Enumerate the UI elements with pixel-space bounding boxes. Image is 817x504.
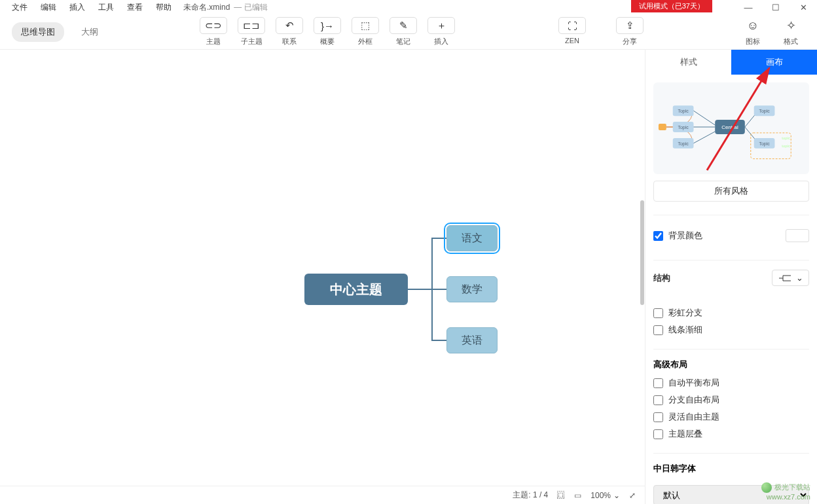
tool-icons[interactable]: ☺图标 xyxy=(736,17,770,46)
tool-format[interactable]: ✧格式 xyxy=(774,17,808,46)
window-close-button[interactable]: ✕ xyxy=(790,0,817,14)
svg-text:Topic: Topic xyxy=(678,109,689,114)
taper-checkbox[interactable] xyxy=(653,325,663,335)
panel-tabs: 样式 画布 xyxy=(645,50,817,75)
bg-color-row[interactable]: 背景颜色 xyxy=(653,230,702,242)
tool-boundary[interactable]: ⬚外框 xyxy=(348,17,382,46)
zen-icon: ⛶ xyxy=(558,17,586,34)
menu-file[interactable]: 文件 xyxy=(5,1,34,14)
insert-icon: ＋ xyxy=(427,17,455,34)
node-sub-3[interactable]: 英语 xyxy=(446,327,498,353)
right-panel: 样式 画布 Topic Topic Topic Central Topic To… xyxy=(645,50,817,504)
svg-text:topic: topic xyxy=(782,136,790,140)
document-title: 未命名.xmind xyxy=(183,2,230,13)
note-icon: ✎ xyxy=(390,17,417,34)
panel-tab-style[interactable]: 样式 xyxy=(645,50,731,75)
document-status: — 已编辑 xyxy=(234,2,267,13)
theme-preview[interactable]: Topic Topic Topic Central Topic Topic to… xyxy=(653,82,809,174)
tool-summary[interactable]: }→概要 xyxy=(310,17,344,46)
bg-color-checkbox[interactable] xyxy=(653,231,663,241)
tool-relation[interactable]: ↶联系 xyxy=(272,17,306,46)
tool-group-main: ⊂⊃主题 ⊏⊐子主题 ↶联系 }→概要 ⬚外框 ✎笔记 ＋插入 xyxy=(196,17,458,46)
emoji-icon: ☺ xyxy=(739,17,767,34)
watermark: 极光下载站 www.xz7.com xyxy=(761,482,810,501)
adv-layout-title: 高级布局 xyxy=(653,359,809,370)
bg-color-label: 背景颜色 xyxy=(668,230,702,242)
auto-balance-checkbox[interactable] xyxy=(653,378,663,388)
free-branch-checkbox[interactable] xyxy=(653,395,663,405)
tool-group-right: ⛶ZEN ⇪分享 xyxy=(555,17,647,46)
svg-rect-0 xyxy=(659,124,666,130)
view-tabs: 思维导图 大纲 xyxy=(0,22,107,42)
fullscreen-icon[interactable]: ⤢ xyxy=(629,491,636,500)
globe-icon xyxy=(761,482,772,493)
map-icon[interactable]: ⿴ xyxy=(557,491,565,500)
tool-note[interactable]: ✎笔记 xyxy=(386,17,420,46)
overlap-checkbox[interactable] xyxy=(653,429,663,439)
share-icon: ⇪ xyxy=(616,17,644,34)
window-controls: — ☐ ✕ xyxy=(735,0,817,14)
free-topic-checkbox[interactable] xyxy=(653,412,663,422)
mindmap-canvas[interactable]: 中心主题 语文 数学 英语 xyxy=(0,50,645,486)
topic-icon: ⊂⊃ xyxy=(200,17,227,34)
scrollbar-thumb[interactable] xyxy=(640,200,644,305)
overlap-row[interactable]: 主题层叠 xyxy=(653,428,809,440)
subtopic-icon: ⊏⊐ xyxy=(238,17,265,34)
tool-insert[interactable]: ＋插入 xyxy=(424,17,458,46)
menu-edit[interactable]: 编辑 xyxy=(34,1,63,14)
node-central[interactable]: 中心主题 xyxy=(304,274,408,305)
status-bar: 主题: 1 / 4 ⿴ ▭ 100% ⌄ ⤢ xyxy=(0,486,645,504)
format-icon: ✧ xyxy=(777,17,805,34)
rainbow-row[interactable]: 彩虹分支 xyxy=(653,307,809,319)
toolbar: 思维导图 大纲 ⊂⊃主题 ⊏⊐子主题 ↶联系 }→概要 ⬚外框 ✎笔记 ＋插入 … xyxy=(0,14,817,50)
panel-body: Topic Topic Topic Central Topic Topic to… xyxy=(645,75,817,504)
structure-label: 结构 xyxy=(653,272,670,284)
window-minimize-button[interactable]: — xyxy=(735,0,762,14)
menu-help[interactable]: 帮助 xyxy=(149,1,178,14)
summary-icon: }→ xyxy=(314,17,341,34)
svg-text:Topic: Topic xyxy=(759,109,770,114)
tool-zen[interactable]: ⛶ZEN xyxy=(555,17,589,46)
taper-row[interactable]: 线条渐细 xyxy=(653,324,809,336)
svg-text:Topic: Topic xyxy=(759,141,770,147)
topic-count: 主题: 1 / 4 xyxy=(513,490,548,501)
tab-outline[interactable]: 大纲 xyxy=(72,22,107,42)
bg-color-swatch[interactable] xyxy=(786,229,809,242)
node-sub-2[interactable]: 数学 xyxy=(446,276,498,302)
auto-balance-row[interactable]: 自动平衡布局 xyxy=(653,377,809,389)
relation-icon: ↶ xyxy=(276,17,303,34)
all-styles-button[interactable]: 所有风格 xyxy=(653,181,809,202)
structure-select[interactable]: ⌄ xyxy=(772,270,809,286)
boundary-icon: ⬚ xyxy=(352,17,379,34)
tab-mindmap[interactable]: 思维导图 xyxy=(12,22,64,42)
window-maximize-button[interactable]: ☐ xyxy=(762,0,790,14)
tool-group-format: ☺图标 ✧格式 xyxy=(736,17,808,46)
tool-share[interactable]: ⇪分享 xyxy=(613,17,647,46)
rainbow-checkbox[interactable] xyxy=(653,308,663,318)
tool-topic[interactable]: ⊂⊃主题 xyxy=(196,17,230,46)
menu-view[interactable]: 查看 xyxy=(120,1,149,14)
canvas-scrollbar[interactable] xyxy=(638,50,645,486)
svg-text:Topic: Topic xyxy=(678,125,689,130)
free-branch-row[interactable]: 分支自由布局 xyxy=(653,394,809,406)
menu-insert[interactable]: 插入 xyxy=(63,1,92,14)
chevron-down-icon: ⌄ xyxy=(796,273,803,283)
menu-tools[interactable]: 工具 xyxy=(92,1,120,14)
free-topic-row[interactable]: 灵活自由主题 xyxy=(653,411,809,423)
svg-text:Central: Central xyxy=(721,124,738,130)
tool-subtopic[interactable]: ⊏⊐子主题 xyxy=(234,17,268,46)
trial-badge[interactable]: 试用模式（已37天） xyxy=(631,0,712,12)
svg-text:Topic: Topic xyxy=(678,141,689,147)
node-sub-1[interactable]: 语文 xyxy=(446,225,498,251)
svg-text:topic: topic xyxy=(782,144,790,148)
zoom-fit-icon[interactable]: ▭ xyxy=(574,491,581,500)
zoom-level[interactable]: 100% ⌄ xyxy=(590,491,620,500)
cjk-font-title: 中日韩字体 xyxy=(653,463,809,475)
panel-tab-canvas[interactable]: 画布 xyxy=(731,50,817,75)
